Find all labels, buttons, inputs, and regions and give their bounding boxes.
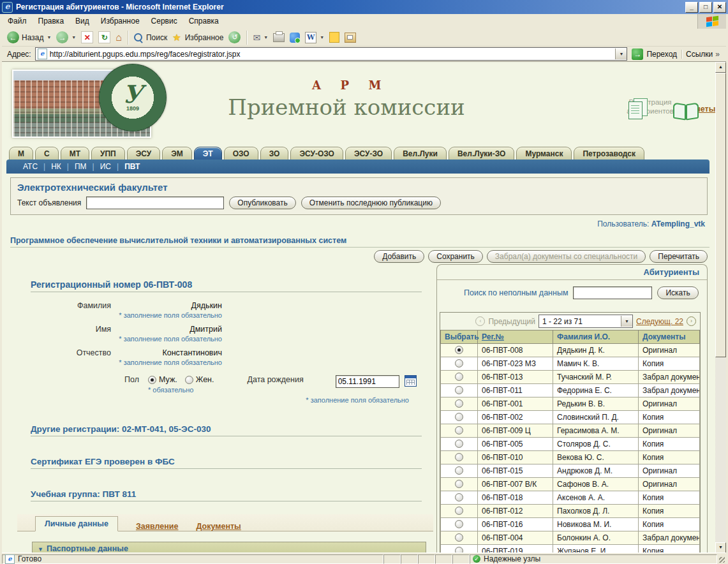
tab-ЭСУ-ЗО[interactable]: ЭСУ-ЗО <box>345 147 392 160</box>
cancel-publication-button[interactable]: Отменить последнюю публикацию <box>301 197 441 209</box>
forward-dropdown-icon[interactable]: ▼ <box>71 35 76 40</box>
reports-link-block[interactable]: Отчеты <box>681 103 715 114</box>
edit-word-button[interactable]: W ▼ <box>302 31 327 45</box>
search-button[interactable]: Поиск <box>131 32 170 43</box>
row-select-radio[interactable] <box>455 453 463 461</box>
save-button[interactable]: Сохранить <box>428 250 483 263</box>
row-select-radio[interactable] <box>455 399 463 408</box>
tab-УПП[interactable]: УПП <box>91 147 125 160</box>
tab-Вел.Луки-ЗО[interactable]: Вел.Луки-ЗО <box>449 147 514 160</box>
search-submit-button[interactable]: Искать <box>657 286 698 299</box>
add-button[interactable]: Добавить <box>374 250 424 263</box>
forward-button[interactable]: → ▼ <box>54 30 78 45</box>
subtab-НК[interactable]: НК <box>51 162 61 171</box>
back-dropdown-icon[interactable]: ▼ <box>47 35 51 40</box>
tab-ЭСУ[interactable]: ЭСУ <box>127 147 161 160</box>
row-select-cell[interactable] <box>441 411 478 424</box>
print-button[interactable] <box>271 32 287 43</box>
tab-М[interactable]: М <box>9 147 33 160</box>
row-select-radio[interactable] <box>455 386 463 394</box>
row-select-cell[interactable] <box>441 371 478 384</box>
mail-button[interactable]: ✉ ▼ <box>250 31 271 44</box>
favorites-button[interactable]: ★ Избранное <box>170 31 226 45</box>
page-scrollbar[interactable]: ▲ ▼ <box>715 62 726 553</box>
row-select-radio[interactable] <box>455 520 463 528</box>
row-select-cell[interactable] <box>441 545 478 554</box>
tab-ЭМ[interactable]: ЭМ <box>162 147 192 160</box>
subtab-ПВТ[interactable]: ПВТ <box>124 162 140 171</box>
row-select-radio[interactable] <box>455 426 463 434</box>
menu-Файл[interactable]: Файл <box>2 14 33 29</box>
row-select-cell[interactable] <box>441 397 478 411</box>
row-select-radio[interactable] <box>455 466 463 475</box>
row-select-radio[interactable] <box>455 533 463 542</box>
subtab-ПМ[interactable]: ПМ <box>75 162 87 171</box>
tab-ЭСУ-ОЗО[interactable]: ЭСУ-ОЗО <box>290 147 343 160</box>
next-page-link[interactable]: Следующ. 22 <box>636 317 683 326</box>
birthdate-input[interactable] <box>336 375 399 388</box>
notes-button[interactable] <box>327 31 342 44</box>
subtab-АТС[interactable]: АТС <box>23 162 38 171</box>
menu-Справка[interactable]: Справка <box>183 14 225 29</box>
address-input[interactable]: e http://abiturient.pgups.edu.mps/reg/fa… <box>35 47 628 61</box>
page-range-select[interactable]: 1 - 22 из 71 ▼ <box>539 315 633 328</box>
row-select-cell[interactable] <box>441 531 478 545</box>
word-dropdown-icon[interactable]: ▼ <box>320 35 324 40</box>
column-header-2[interactable]: Рег.№ <box>478 330 553 344</box>
tab-ЗО[interactable]: ЗО <box>260 147 289 160</box>
row-select-radio[interactable] <box>455 346 463 354</box>
go-button[interactable]: → Переход <box>627 48 681 60</box>
select-dropdown-icon[interactable]: ▼ <box>621 316 632 327</box>
address-dropdown-icon[interactable]: ▼ <box>615 48 627 59</box>
row-select-cell[interactable] <box>441 438 478 451</box>
back-button[interactable]: ← Назад ▼ <box>4 30 54 45</box>
minimize-button[interactable]: _ <box>685 2 698 13</box>
stop-button[interactable]: ✕ <box>78 30 96 45</box>
refresh-button[interactable]: ↻ <box>96 30 113 45</box>
applicant-search-input[interactable] <box>573 286 652 299</box>
row-select-cell[interactable] <box>441 491 478 505</box>
tab-ОЗО[interactable]: ОЗО <box>224 147 258 160</box>
calendar-icon[interactable] <box>405 375 417 387</box>
gender-male-radio[interactable] <box>148 376 156 384</box>
row-select-cell[interactable] <box>441 357 478 371</box>
tab-documents[interactable]: Документы <box>197 522 241 531</box>
row-select-radio[interactable] <box>455 413 463 421</box>
scrollbar-thumb[interactable] <box>715 73 726 357</box>
tab-application[interactable]: Заявление <box>136 522 179 531</box>
row-select-cell[interactable] <box>441 478 478 491</box>
tab-МТ[interactable]: МТ <box>61 147 89 160</box>
tab-ЭТ[interactable]: ЭТ <box>194 147 222 160</box>
row-select-radio[interactable] <box>455 493 463 501</box>
row-select-radio[interactable] <box>455 507 463 515</box>
menu-Правка[interactable]: Правка <box>33 14 70 29</box>
row-select-cell[interactable] <box>441 451 478 464</box>
menu-Сервис[interactable]: Сервис <box>145 14 183 29</box>
scroll-down-icon[interactable]: ▼ <box>715 542 726 553</box>
publish-button[interactable]: Опубликовать <box>229 197 295 209</box>
home-button[interactable]: ⌂ <box>113 31 124 45</box>
row-select-cell[interactable] <box>441 384 478 397</box>
close-button[interactable]: ✕ <box>713 2 726 13</box>
row-select-cell[interactable] <box>441 344 478 357</box>
discuss-button[interactable] <box>342 31 359 44</box>
reload-button[interactable]: Перечитать <box>650 250 708 263</box>
maximize-button[interactable]: □ <box>699 2 712 13</box>
row-select-radio[interactable] <box>455 480 463 488</box>
tab-С[interactable]: С <box>35 147 59 160</box>
passport-section-header[interactable]: ▼Паспортные данные <box>32 542 426 553</box>
row-select-cell[interactable] <box>441 464 478 478</box>
gender-female-radio[interactable] <box>185 376 193 384</box>
next-page-icon[interactable]: › <box>687 316 696 326</box>
scroll-up-icon[interactable]: ▲ <box>715 62 726 73</box>
links-toolbar[interactable]: Ссылки » <box>681 50 724 59</box>
subtab-ИС[interactable]: ИС <box>100 162 111 171</box>
menu-Избранное[interactable]: Избранное <box>95 14 145 29</box>
tab-Петрозаводск[interactable]: Петрозаводск <box>574 147 644 160</box>
menu-Вид[interactable]: Вид <box>70 14 95 29</box>
tab-Вел.Луки[interactable]: Вел.Луки <box>394 147 447 160</box>
row-select-radio[interactable] <box>455 440 463 448</box>
announcement-input[interactable] <box>86 197 224 209</box>
row-select-cell[interactable] <box>441 505 478 518</box>
mail-dropdown-icon[interactable]: ▼ <box>264 35 268 40</box>
